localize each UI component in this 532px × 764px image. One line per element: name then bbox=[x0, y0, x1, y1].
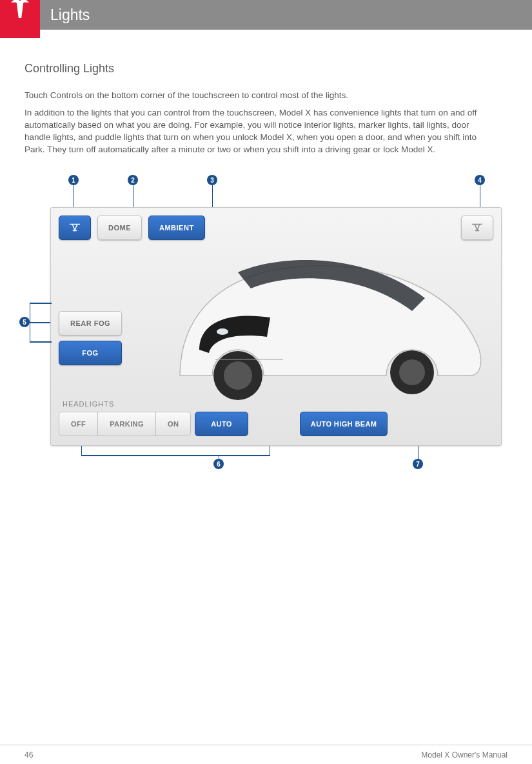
auto-high-beam-button[interactable]: AUTO HIGH BEAM bbox=[300, 412, 388, 436]
callout-5-lead-bot bbox=[30, 341, 52, 342]
callout-3-lead bbox=[212, 185, 213, 207]
lights-control-panel: DOME AMBIENT REAR FOG FOG HEADLIGHTS OFF… bbox=[50, 207, 502, 446]
intro-paragraph-1: Touch Controls on the bottom corner of t… bbox=[25, 90, 489, 102]
callout-6: 6 bbox=[213, 459, 224, 469]
callout-5-lead-v bbox=[30, 303, 30, 341]
dome-light-icon bbox=[470, 221, 484, 235]
callout-6-lead-h bbox=[81, 455, 270, 456]
headlights-auto[interactable]: AUTO bbox=[195, 412, 248, 436]
callout-2-lead bbox=[133, 185, 133, 207]
top-button-row: DOME AMBIENT bbox=[59, 216, 493, 240]
fog-button-column: REAR FOG FOG bbox=[59, 311, 122, 365]
interior-light-left-button[interactable] bbox=[59, 216, 91, 240]
callout-1-lead bbox=[74, 185, 74, 207]
header-bar: Lights bbox=[0, 0, 532, 30]
svg-point-1 bbox=[224, 361, 252, 390]
page-number: 46 bbox=[25, 750, 33, 759]
svg-point-4 bbox=[217, 328, 228, 335]
callout-6-lead-l bbox=[81, 446, 82, 455]
intro-paragraph-2: In addition to the lights that you can c… bbox=[25, 107, 489, 156]
callout-7: 7 bbox=[413, 459, 423, 469]
dome-button[interactable]: DOME bbox=[97, 216, 142, 240]
fog-button[interactable]: FOG bbox=[59, 341, 122, 365]
headlights-label: HEADLIGHTS bbox=[63, 400, 114, 408]
rear-fog-button[interactable]: REAR FOG bbox=[59, 311, 122, 336]
callout-7-lead bbox=[418, 446, 419, 459]
callout-4: 4 bbox=[475, 175, 485, 185]
headlights-on[interactable]: ON bbox=[156, 412, 191, 436]
callout-6-lead-r bbox=[270, 446, 270, 455]
headlights-row: OFF PARKING ON AUTO AUTO HIGH BEAM bbox=[59, 412, 388, 436]
callout-5-lead-h bbox=[30, 322, 50, 323]
section-heading: Controlling Lights bbox=[25, 62, 507, 75]
brand-logo bbox=[0, 0, 40, 38]
callout-1: 1 bbox=[68, 175, 79, 185]
page-footer: 46 Model X Owner's Manual bbox=[0, 745, 532, 764]
headlights-parking[interactable]: PARKING bbox=[98, 412, 156, 436]
lights-diagram: 1 2 3 4 5 6 7 bbox=[25, 175, 507, 472]
headlights-off[interactable]: OFF bbox=[59, 412, 98, 436]
tesla-logo-icon bbox=[6, 0, 34, 20]
page-title: Lights bbox=[50, 6, 90, 24]
book-title: Model X Owner's Manual bbox=[421, 750, 507, 759]
vehicle-illustration bbox=[154, 227, 489, 401]
ambient-button[interactable]: AMBIENT bbox=[148, 216, 205, 240]
callout-2: 2 bbox=[128, 175, 138, 185]
callout-4-lead bbox=[480, 185, 480, 207]
callout-3: 3 bbox=[207, 175, 217, 185]
svg-point-3 bbox=[399, 359, 425, 385]
callout-5: 5 bbox=[19, 317, 30, 327]
interior-light-right-button[interactable] bbox=[461, 216, 493, 240]
content-area: Controlling Lights Touch Controls on the… bbox=[0, 30, 532, 472]
callout-5-lead-top bbox=[30, 303, 52, 303]
dome-light-icon bbox=[68, 221, 82, 235]
